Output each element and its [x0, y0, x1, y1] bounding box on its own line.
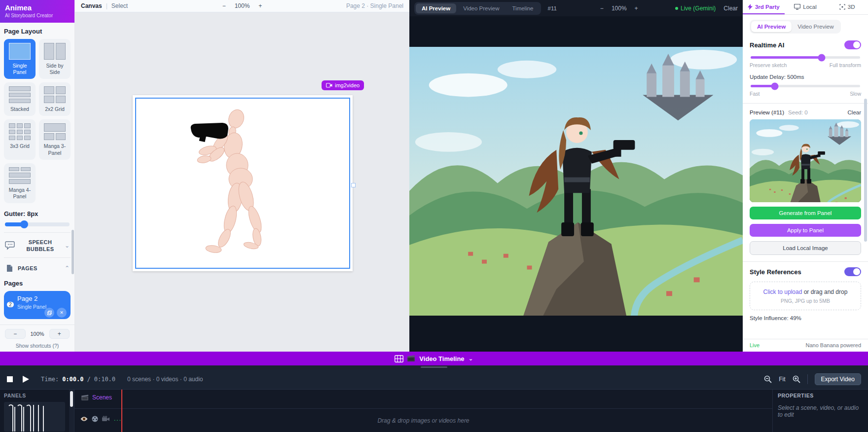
apply-to-panel-button[interactable]: Apply to Panel [750, 224, 861, 237]
load-local-image-button[interactable]: Load Local Image [750, 241, 861, 255]
stop-button[interactable] [7, 376, 13, 382]
panel-number: #11 [548, 5, 557, 11]
chevron-down-icon: ⌄ [469, 355, 473, 362]
video-timeline-label: Video Timeline [419, 355, 464, 362]
time-separator: / [87, 376, 90, 383]
style-references-toggle[interactable] [844, 267, 861, 276]
speech-bubble-icon [5, 241, 16, 251]
right-panel: 3rd Party Local 3D AI Preview Video Prev… [743, 0, 868, 352]
tab-3rd-party[interactable]: 3rd Party [743, 0, 785, 14]
zoom-out-icon[interactable] [764, 375, 772, 383]
zoom-in-icon[interactable] [793, 375, 800, 383]
realtime-ai-label: Realtime AI [750, 41, 784, 49]
pages-icon [5, 264, 14, 273]
resize-handle[interactable] [351, 183, 356, 187]
generate-from-panel-button[interactable]: Generate from Panel [750, 207, 861, 219]
drop-hint: Drag & drop images or videos here [74, 417, 772, 424]
preview-clear-link[interactable]: Clear [848, 109, 861, 115]
sidebar-scrollbar[interactable] [72, 23, 74, 324]
img2video-badge[interactable]: img2video [322, 80, 364, 90]
style-influence-label: Style Influence: 49% [750, 315, 861, 321]
powered-by-label: Nano Banana powered [805, 342, 861, 348]
layout-side-by-side[interactable]: Side by Side [39, 39, 71, 79]
layout-grid: Single Panel Side by Side Stacked 2x2 Gr… [4, 39, 71, 203]
right-panel-scrollbar[interactable] [864, 99, 867, 242]
fit-button[interactable]: Fit [779, 376, 785, 383]
controls-divider [807, 374, 808, 384]
delay-slider[interactable] [751, 85, 860, 87]
mannequin-sketch [133, 95, 353, 271]
panel-thumbnail[interactable] [4, 402, 65, 432]
duplicate-page-button[interactable] [44, 308, 54, 318]
properties-section: PROPERTIES Select a scene, video, or aud… [772, 390, 868, 432]
time-current: 0:00.0 [62, 376, 83, 383]
play-button[interactable] [23, 376, 29, 383]
sidebar-zoom-in-button[interactable]: + [49, 329, 70, 339]
fast-label: Fast [750, 91, 760, 97]
mode-video-preview[interactable]: Video Preview [792, 21, 839, 32]
speech-bubbles-section[interactable]: SPEECH BUBBLES ⌄ [4, 232, 71, 258]
time-total: 0:10.0 [94, 376, 115, 383]
style-upload-dropzone[interactable]: Click to upload or drag and drop PNG, JP… [750, 282, 861, 310]
layout-single-panel[interactable]: Single Panel [4, 39, 36, 79]
realtime-ai-toggle[interactable] [844, 40, 861, 49]
layout-manga-3-panel[interactable]: Manga 3-Panel [39, 119, 71, 159]
preview-tab-group: AI Preview Video Preview Timeline [414, 2, 541, 15]
playhead[interactable] [121, 390, 122, 432]
single-panel-thumbnail [9, 43, 31, 60]
pages-title: Pages [4, 280, 71, 287]
layout-2x2-grid[interactable]: 2x2 Grid [39, 82, 71, 116]
app-window: Animea AI Storyboard Creator Page Layout… [0, 0, 868, 432]
pages-section[interactable]: PAGES ⌃ [4, 257, 71, 278]
manga-4-panel-thumbnail [9, 167, 31, 184]
canvas-zoom-in-button[interactable]: + [258, 2, 262, 9]
preview-mode-toggle: AI Preview Video Preview [750, 20, 841, 34]
video-timeline-bar[interactable]: Video Timeline ⌄ [0, 352, 868, 365]
upload-link[interactable]: Click to upload [763, 288, 802, 295]
sidebar-zoom-out-button[interactable]: − [5, 329, 26, 339]
mode-ai-preview[interactable]: AI Preview [751, 21, 792, 32]
monitor-icon [794, 4, 800, 10]
tracks-scrollbar[interactable] [69, 390, 74, 432]
preview-zoom-in-button[interactable]: + [635, 5, 638, 12]
preview-zoom-out-button[interactable]: − [600, 5, 604, 12]
tab-timeline[interactable]: Timeline [506, 3, 539, 13]
export-video-button[interactable]: Export Video [815, 373, 862, 385]
timeline-resize-strip[interactable] [0, 365, 868, 369]
preview-toolbar: AI Preview Video Preview Timeline #11 − … [409, 0, 743, 16]
layout-manga-4-panel[interactable]: Manga 4-Panel [4, 163, 36, 203]
timeline-controls: Time: 0:00.0 / 0:10.0 0 scenes · 0 video… [0, 369, 868, 390]
properties-title: PROPERTIES [778, 393, 863, 398]
transform-slider[interactable] [751, 56, 860, 59]
page-card-title: Page 2 [17, 295, 46, 303]
copy-icon [47, 311, 52, 315]
panels-title: PANELS [4, 393, 65, 398]
right-panel-footer: Live Nano Banana powered [743, 339, 868, 352]
page-indicator: Page 2 · Single Panel [346, 2, 403, 9]
layout-3x3-grid[interactable]: 3x3 Grid [4, 119, 36, 159]
panels-section: PANELS [0, 390, 69, 432]
layout-stacked[interactable]: Stacked [4, 82, 36, 116]
scenes-track-area[interactable]: Scenes ... Drag & drop images or videos … [74, 390, 772, 432]
tab-video-preview[interactable]: Video Preview [457, 3, 505, 13]
3x3-grid-thumbnail [9, 123, 31, 140]
gutter-slider[interactable] [5, 222, 70, 226]
stacked-thumbnail [9, 86, 31, 103]
drag-handle[interactable] [421, 366, 447, 368]
page-card-2[interactable]: 2 Page 2 Single Panel ✕ [4, 291, 71, 319]
chevron-down-icon: ⌄ [65, 242, 70, 249]
tab-3d[interactable]: 3D [826, 0, 868, 14]
tool-select-label[interactable]: Select [111, 2, 128, 9]
delete-page-button[interactable]: ✕ [57, 308, 67, 318]
tab-local[interactable]: Local [785, 0, 827, 14]
preview-zoom-value: 100% [612, 5, 627, 12]
preview-clear-button[interactable]: Clear [723, 5, 738, 12]
track-divider [74, 408, 772, 409]
preview-thumbnail[interactable] [750, 119, 861, 202]
toolbar-divider: | [106, 2, 108, 9]
tab-ai-preview[interactable]: AI Preview [416, 3, 456, 13]
show-shortcuts-link[interactable]: Show shortcuts (?) [5, 343, 70, 349]
canvas-area: Canvas | Select − 100% + Page 2 · Single… [75, 0, 409, 352]
canvas-zoom-out-button[interactable]: − [222, 2, 226, 9]
storyboard-page[interactable] [133, 95, 353, 271]
